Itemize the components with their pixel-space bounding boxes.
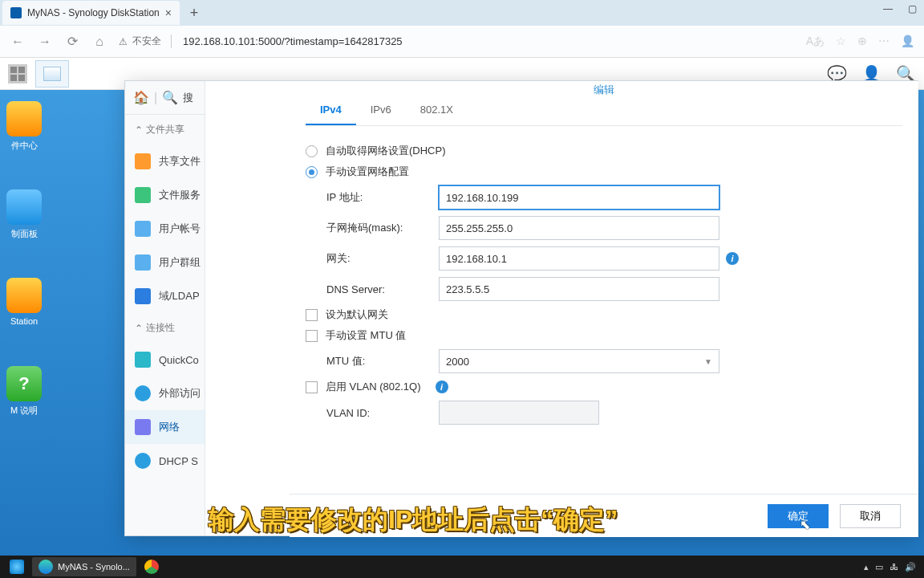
system-tray[interactable]: ▴ ▭ 🖧 🔊	[864, 562, 921, 572]
sidebar-item-network[interactable]: 网络	[125, 410, 205, 444]
chevron-down-icon: ⌃	[135, 124, 143, 136]
checkbox-vlan[interactable]: 启用 VLAN (802.1Q) i	[306, 380, 902, 394]
refresh-button[interactable]: ⟳	[64, 34, 80, 50]
home-icon[interactable]: 🏠	[133, 90, 149, 106]
dsm-menu-icon[interactable]	[8, 64, 27, 83]
chevron-down-icon: ⌃	[135, 323, 143, 334]
dsm-window-tab[interactable]	[35, 60, 69, 88]
checkbox-icon	[306, 381, 318, 393]
search-label[interactable]: 搜	[183, 91, 193, 105]
radio-dhcp[interactable]: 自动取得网络设置(DHCP)	[306, 144, 902, 158]
sidebar-item-file-service[interactable]: 文件服务	[125, 178, 205, 212]
label-gateway: 网关:	[326, 251, 439, 266]
desktop-icon-control-panel[interactable]: 制面板	[0, 189, 48, 240]
dialog-content: 自动取得网络设置(DHCP) 手动设置网络配置 IP 地址: 子网掩码(mask…	[290, 126, 918, 442]
home-button[interactable]: ⌂	[91, 34, 107, 50]
maximize-button[interactable]: ▢	[900, 0, 924, 18]
new-tab-button[interactable]: +	[183, 2, 205, 24]
browser-address-bar: ← → ⟳ ⌂ ⚠ 不安全 192.168.10.101:5000/?times…	[0, 26, 924, 58]
chevron-down-icon: ▼	[704, 357, 712, 366]
tab-ipv6[interactable]: IPv6	[356, 96, 406, 125]
favorite-icon[interactable]: ☆	[836, 35, 846, 49]
tab-8021x[interactable]: 802.1X	[406, 96, 468, 125]
desktop-icon-filestation[interactable]: Station	[0, 278, 48, 326]
browser-tab[interactable]: MyNAS - Synology DiskStation ×	[2, 1, 180, 25]
ip-address-input[interactable]	[439, 185, 719, 210]
taskbar-app-chrome[interactable]	[138, 557, 165, 576]
annotation-subtitle: 输入需要修改的IP地址后点击“确定”	[209, 503, 618, 538]
sidebar-item-dhcp[interactable]: DHCP S	[125, 444, 205, 478]
collection-icon[interactable]: ⊕	[857, 35, 867, 49]
gateway-input[interactable]	[439, 246, 719, 271]
sidebar-section-connectivity[interactable]: ⌃连接性	[125, 313, 205, 343]
desktop-icon-help[interactable]: ?M 说明	[0, 366, 48, 417]
vlan-id-input	[439, 401, 599, 425]
close-icon[interactable]: ×	[165, 6, 172, 19]
radio-icon	[306, 166, 318, 178]
back-button[interactable]: ←	[10, 34, 26, 50]
label-ip: IP 地址:	[326, 190, 439, 205]
control-panel-sidebar: 🏠 | 🔍 搜 ⌃文件共享 共享文件 文件服务 用户帐号 用户群组 域/LDAP…	[125, 81, 205, 535]
start-button[interactable]	[3, 557, 30, 576]
ok-button[interactable]: 确定 ⬉	[768, 504, 829, 528]
label-dns: DNS Server:	[326, 283, 439, 295]
security-indicator[interactable]: ⚠ 不安全	[119, 35, 172, 48]
label-mtu: MTU 值:	[326, 354, 439, 368]
checkbox-default-gateway[interactable]: 设为默认网关	[306, 307, 902, 322]
network-edit-dialog: 编辑 IPv4 IPv6 802.1X 自动取得网络设置(DHCP) 手动设置网…	[290, 81, 918, 537]
read-icon[interactable]: Aあ	[806, 35, 825, 49]
sidebar-item-ldap[interactable]: 域/LDAP	[125, 279, 205, 313]
action-center-icon[interactable]: ▭	[875, 562, 883, 572]
control-panel-window: 🏠 | 🔍 搜 ⌃文件共享 共享文件 文件服务 用户帐号 用户群组 域/LDAP…	[124, 80, 918, 536]
dialog-title: 编辑	[290, 81, 918, 96]
site-icon	[10, 7, 22, 18]
dns-input[interactable]	[439, 277, 719, 301]
taskbar-app-edge[interactable]: MyNAS - Synolo...	[32, 557, 136, 576]
desktop-icon-package[interactable]: 件中心	[0, 101, 48, 152]
cancel-button[interactable]: 取消	[840, 504, 901, 528]
sidebar-item-shared-folder[interactable]: 共享文件	[125, 144, 205, 178]
cursor-icon: ⬉	[800, 517, 810, 532]
checkbox-icon	[306, 330, 318, 342]
minimize-button[interactable]: —	[876, 0, 900, 18]
browser-actions: Aあ ☆ ⊕ ⋯ 👤	[806, 35, 914, 49]
sidebar-section-fileshare[interactable]: ⌃文件共享	[125, 115, 205, 144]
info-icon[interactable]: i	[726, 252, 739, 265]
network-icon[interactable]: 🖧	[890, 562, 898, 572]
label-mask: 子网掩码(mask):	[326, 221, 439, 235]
label-vlan-id: VLAN ID:	[326, 407, 439, 419]
warning-icon: ⚠	[119, 36, 128, 47]
subnet-mask-input[interactable]	[439, 216, 719, 240]
radio-manual[interactable]: 手动设置网络配置	[306, 165, 902, 179]
mtu-select[interactable]: 2000 ▼	[439, 349, 719, 373]
control-panel-body: ⌃ ⌄ ⌄ 编辑 IPv4 IPv6 802.1X 自动取得网络设置(DHCP)…	[205, 81, 918, 535]
window-controls: — ▢	[876, 0, 924, 18]
browser-tab-strip: MyNAS - Synology DiskStation × +	[0, 0, 924, 26]
dialog-tabs: IPv4 IPv6 802.1X	[306, 96, 902, 126]
sidebar-item-group[interactable]: 用户群组	[125, 246, 205, 279]
info-icon[interactable]: i	[436, 381, 448, 393]
windows-taskbar: MyNAS - Synolo... ▴ ▭ 🖧 🔊	[0, 556, 924, 578]
forward-button[interactable]: →	[37, 34, 53, 50]
sidebar-item-quickconnect[interactable]: QuickCo	[125, 343, 205, 377]
profile-icon[interactable]: 👤	[901, 35, 914, 49]
checkbox-icon	[306, 309, 318, 321]
menu-icon[interactable]: ⋯	[878, 35, 890, 49]
sidebar-item-user[interactable]: 用户帐号	[125, 212, 205, 246]
checkbox-manual-mtu[interactable]: 手动设置 MTU 值	[306, 328, 902, 343]
volume-icon[interactable]: 🔊	[905, 562, 916, 572]
url-text[interactable]: 192.168.10.101:5000/?timestamp=164281732…	[183, 35, 795, 47]
sidebar-item-external[interactable]: 外部访问	[125, 377, 205, 410]
search-icon[interactable]: 🔍	[162, 90, 178, 105]
radio-icon	[306, 145, 318, 157]
tab-ipv4[interactable]: IPv4	[306, 96, 356, 125]
tray-up-icon[interactable]: ▴	[864, 562, 869, 572]
tab-title: MyNAS - Synology DiskStation	[27, 7, 160, 18]
